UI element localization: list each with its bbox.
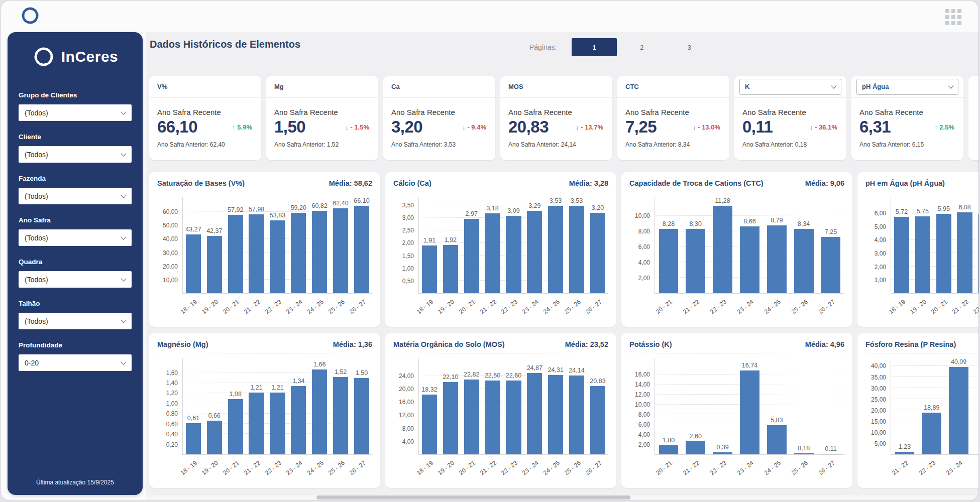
bar-21-22[interactable] (485, 381, 500, 454)
bar-25-26[interactable] (569, 206, 584, 293)
y-tick-label: 0,40 (166, 431, 178, 438)
bar-20-21[interactable] (228, 399, 243, 454)
bar-24-25[interactable] (312, 369, 327, 454)
bar-22-23[interactable] (270, 393, 285, 454)
bar-20-21[interactable] (228, 215, 243, 293)
filter-select-ano-safra[interactable]: (Todos) (19, 229, 132, 246)
bar-24-25[interactable] (767, 425, 787, 454)
bar-21-22[interactable] (249, 214, 264, 293)
bar-18-19[interactable] (186, 234, 201, 293)
bar-23-24[interactable] (291, 213, 306, 293)
bar-21-22[interactable] (957, 212, 972, 293)
bar-19-20[interactable] (207, 421, 222, 454)
bar-23-24[interactable] (527, 211, 542, 294)
kpi-metric-select-ph-agua[interactable]: pH Água (856, 79, 958, 95)
bar-22-23[interactable] (506, 381, 521, 454)
bar-25-26[interactable] (794, 453, 814, 454)
bar-24-25[interactable] (767, 225, 787, 293)
bar-26-27[interactable] (590, 386, 605, 454)
bar-22-23[interactable] (713, 452, 732, 454)
bar-24-25[interactable] (548, 206, 563, 293)
bar-24-25[interactable] (312, 211, 327, 293)
filter-select-fazenda[interactable]: (Todos) (19, 188, 132, 204)
bar-22-23[interactable] (922, 413, 941, 454)
kpi-metric-label: V% (157, 83, 167, 90)
bar-23-24[interactable] (949, 367, 968, 454)
bar-23-24[interactable] (740, 226, 759, 293)
bar-25-26[interactable] (794, 229, 814, 293)
chart-title: Potássio (K) (629, 340, 672, 348)
chevron-down-icon (121, 192, 126, 198)
bar-21-22[interactable] (686, 229, 705, 293)
bar-18-19[interactable] (894, 217, 909, 293)
bar-21-22[interactable] (249, 393, 264, 454)
apps-grid-icon[interactable] (945, 9, 962, 26)
x-tick-label: 23 - 24 (521, 298, 540, 315)
bar-value-label: 1,80 (663, 437, 675, 444)
chart-title: pH em Água (pH Água) (865, 179, 945, 187)
page-button-3[interactable]: 3 (667, 38, 712, 56)
bar-21-22[interactable] (485, 213, 500, 293)
bar-23-24[interactable] (527, 373, 542, 454)
bar-23-24[interactable] (291, 386, 306, 454)
x-tick-label: 26 - 27 (348, 298, 367, 315)
bar-20-21[interactable] (464, 380, 479, 454)
x-tick-label: 22 - 23 (264, 459, 283, 476)
bar-20-21[interactable] (659, 229, 679, 293)
bar-26-27[interactable] (821, 237, 841, 293)
kpi-header: K (734, 76, 846, 98)
y-tick-label: 0,60 (166, 421, 178, 428)
page-button-2[interactable]: 2 (619, 38, 665, 56)
page-button-1[interactable]: 1 (572, 38, 617, 56)
bar-18-19[interactable] (422, 395, 437, 454)
bar-22-23[interactable] (506, 216, 521, 294)
bar-19-20[interactable] (207, 236, 222, 293)
kpi-previous-value: Ano Safra Anterior: 1,52 (274, 141, 370, 148)
chevron-down-icon (121, 234, 126, 239)
bar-22-23[interactable] (978, 214, 979, 293)
horizontal-scrollbar[interactable] (146, 494, 978, 500)
chevron-down-icon (121, 151, 126, 156)
bar-25-26[interactable] (333, 377, 348, 454)
bar-21-22[interactable] (895, 452, 915, 454)
bar-19-20[interactable] (443, 382, 458, 454)
y-tick-label: 0,50 (402, 278, 414, 285)
bar-22-23[interactable] (713, 206, 732, 293)
bar-26-27[interactable] (821, 454, 841, 454)
bar-22-23[interactable] (270, 220, 285, 293)
bar-25-26[interactable] (333, 208, 348, 293)
bar-value-label: 0,39 (716, 444, 728, 451)
bar-23-24[interactable] (740, 370, 759, 454)
kpi-metric-select-k[interactable]: K (739, 79, 841, 95)
bar-26-27[interactable] (354, 206, 369, 293)
y-tick-label: 2,50 (402, 227, 414, 234)
scrollbar-thumb[interactable] (316, 495, 630, 499)
bar-18-19[interactable] (422, 245, 437, 294)
x-tick-label: 24 - 25 (763, 459, 782, 476)
bar-24-25[interactable] (548, 375, 563, 454)
bar-26-27[interactable] (354, 378, 369, 454)
bar-25-26[interactable] (569, 375, 584, 454)
bar-value-label: 1,23 (899, 443, 911, 450)
bar-18-19[interactable] (186, 423, 201, 454)
chart-header: Saturação de Bases (V%) Média: 58,62 (157, 179, 372, 192)
bar-21-22[interactable] (686, 441, 705, 454)
x-tick-label: 25 - 26 (563, 298, 582, 315)
filter-select-grupo-de-clientes[interactable]: (Todos) (19, 104, 132, 121)
bar-19-20[interactable] (443, 245, 458, 293)
bar-value-label: 8,79 (771, 217, 783, 224)
bar-26-27[interactable] (590, 213, 605, 293)
bar-20-21[interactable] (936, 214, 951, 293)
bar-20-21[interactable] (659, 445, 679, 454)
bar-value-label: 3,53 (550, 197, 562, 204)
filter-select-talhao[interactable]: (Todos) (19, 313, 132, 329)
filter-select-quadra[interactable]: (Todos) (19, 271, 132, 288)
kpi-delta-up: ↑ 2.5% (934, 123, 954, 131)
y-tick-label: 1,00 (875, 277, 886, 284)
bar-19-20[interactable] (915, 216, 930, 293)
filter-select-profundidade[interactable]: 0-20 (19, 354, 132, 371)
kpi-previous-value: Ano Safra Anterior: 8,34 (625, 141, 721, 148)
y-axis: 0,200,400,600,801,001,201,401,60 (157, 358, 182, 455)
bar-20-21[interactable] (464, 219, 479, 293)
filter-select-cliente[interactable]: (Todos) (19, 146, 132, 163)
